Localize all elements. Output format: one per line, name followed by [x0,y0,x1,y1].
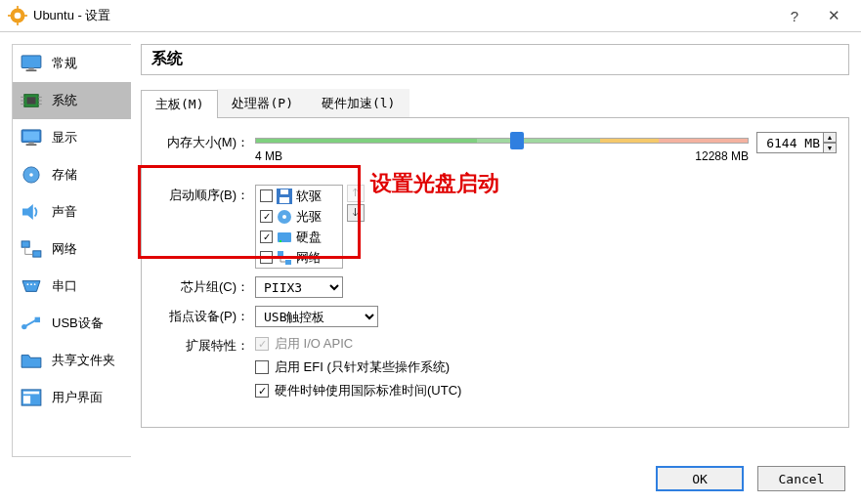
svg-rect-43 [278,232,291,242]
svg-point-29 [27,283,29,285]
callout-text: 设置光盘启动 [370,169,499,198]
tab-panel: 内存大小(M)： 4 MB 12288 MB ▲▼ 启动顺序(B)： 软驱 ✓光… [141,118,849,428]
memory-slider[interactable]: 4 MB 12288 MB ▲▼ [255,132,837,171]
display-icon [21,129,42,147]
sidebar-item-usb[interactable]: USB设备 [13,305,131,342]
checkbox[interactable] [255,360,269,374]
close-button[interactable]: ✕ [814,7,853,24]
spinner-up[interactable]: ▲ [823,132,837,143]
sidebar-item-network[interactable]: 网络 [13,231,131,268]
slider-thumb[interactable] [510,132,524,149]
svg-rect-36 [23,392,39,395]
checkbox[interactable]: ✓ [255,384,269,398]
sidebar-item-storage[interactable]: 存储 [13,156,131,193]
tab-processor[interactable]: 处理器(P) [217,89,307,117]
serial-icon [21,277,42,295]
window-title: Ubuntu - 设置 [33,7,775,24]
svg-rect-46 [285,260,291,265]
sidebar-item-shared[interactable]: 共享文件夹 [13,342,131,379]
monitor-icon [21,55,42,72]
cancel-button[interactable]: Cancel [757,466,845,491]
sidebar-item-label: 串口 [52,277,77,295]
network-icon [21,240,42,258]
ui-icon [21,389,42,406]
svg-point-22 [29,173,33,177]
spinner-down[interactable]: ▼ [823,143,837,153]
ext-io-apic[interactable]: ✓启用 I/O APIC [255,335,461,353]
svg-rect-20 [26,144,37,146]
ext-utc[interactable]: ✓硬件时钟使用国际标准时间(UTC) [255,382,461,399]
ok-button[interactable]: OK [656,466,744,491]
chipset-label: 芯片组(C)： [153,276,255,298]
gear-icon [8,6,27,25]
svg-rect-45 [278,251,283,256]
svg-line-33 [24,319,37,326]
footer: OK Cancel [0,457,861,500]
sidebar-item-ui[interactable]: 用户界面 [13,379,131,416]
boot-order-list[interactable]: 软驱 ✓光驱 ✓硬盘 网络 [255,185,343,269]
move-up-button[interactable]: 🡑 [347,185,365,202]
svg-point-42 [282,215,286,219]
sidebar-item-display[interactable]: 显示 [13,119,131,156]
svg-point-1 [15,13,22,20]
svg-point-44 [280,240,281,242]
sidebar-item-label: 声音 [52,203,77,221]
svg-rect-25 [33,251,41,257]
floppy-icon [277,189,292,204]
speaker-icon [21,203,42,221]
ext-efi[interactable]: 启用 EFI (只针对某些操作系统) [255,358,461,376]
section-title: 系统 [141,44,849,75]
sidebar-item-label: 共享文件夹 [52,352,115,369]
tabs: 主板(M) 处理器(P) 硬件加速(l) [141,89,849,118]
help-button[interactable]: ? [775,8,814,24]
slider-min: 4 MB [255,149,282,163]
svg-rect-18 [23,132,39,141]
titlebar: Ubuntu - 设置 ? ✕ [0,0,861,32]
chip-icon [21,92,42,109]
tab-motherboard[interactable]: 主板(M) [141,90,218,118]
svg-rect-5 [24,15,27,17]
svg-rect-40 [280,197,289,203]
boot-item-hdd[interactable]: ✓硬盘 [256,227,342,247]
checkbox[interactable] [260,251,273,264]
pointing-select[interactable]: USB触控板 [255,306,378,327]
svg-point-31 [34,283,36,285]
boot-item-floppy[interactable]: 软驱 [256,186,342,206]
sidebar-item-label: 用户界面 [52,389,103,406]
svg-marker-23 [22,204,33,220]
slider-max: 12288 MB [695,149,749,163]
tab-accel[interactable]: 硬件加速(l) [307,89,409,117]
move-down-button[interactable]: 🡓 [347,204,365,222]
sidebar-item-general[interactable]: 常规 [13,45,131,82]
sidebar-item-label: USB设备 [52,315,104,332]
storage-icon [21,166,42,184]
hdd-icon [277,230,292,245]
checkbox[interactable]: ✓ [260,210,273,223]
cd-icon [277,209,292,225]
sidebar-item-label: 网络 [52,240,77,258]
sidebar-item-label: 显示 [52,129,77,147]
boot-item-network[interactable]: 网络 [256,247,342,268]
svg-rect-39 [280,189,288,194]
sidebar: 常规 系统 显示 存储 声音 网络 串口 USB设备 共享文件夹 用户界面 [12,44,131,457]
svg-rect-3 [17,22,19,25]
sidebar-item-label: 存储 [52,166,77,184]
sidebar-item-serial[interactable]: 串口 [13,268,131,305]
chipset-select[interactable]: PIIX3 [255,276,343,298]
svg-rect-19 [28,143,33,145]
svg-marker-28 [22,281,40,292]
sidebar-item-system[interactable]: 系统 [13,82,131,119]
sidebar-item-audio[interactable]: 声音 [13,193,131,231]
svg-rect-4 [8,15,11,17]
boot-item-optical[interactable]: ✓光驱 [256,206,342,227]
checkbox[interactable]: ✓ [255,337,269,351]
usb-icon [21,315,42,332]
checkbox[interactable] [260,189,273,202]
svg-rect-6 [22,56,41,68]
pointing-label: 指点设备(P)： [153,306,255,327]
svg-rect-10 [27,97,36,104]
sidebar-item-label: 系统 [52,92,77,109]
checkbox[interactable]: ✓ [260,231,273,243]
net-icon [277,250,292,266]
svg-rect-24 [22,241,29,247]
